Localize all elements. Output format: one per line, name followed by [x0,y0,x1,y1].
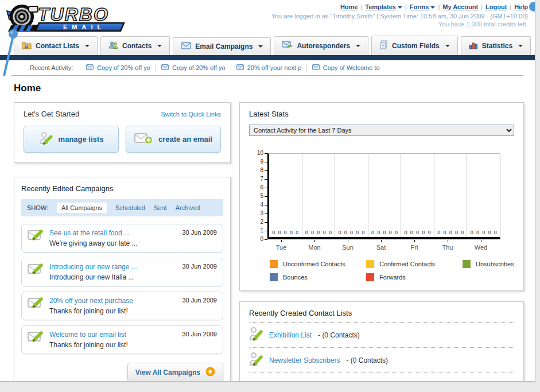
recent-activity-label: Recent Activity: [30,64,73,71]
filter-archived[interactable]: Archived [176,204,200,211]
campaign-text: 20% off your next purchaseThanks for joi… [49,297,176,315]
recent-activity-item[interactable]: Copy of 20% off yo [156,64,231,71]
stats-range-select[interactable]: Contact Activity for the Last 7 Days [249,125,514,136]
autoresponders-icon [282,41,293,51]
campaign-title-link[interactable]: See us at the retail food ... [49,229,176,237]
view-all-campaigns-label: View All Campaigns [135,368,200,377]
nav-link-forms[interactable]: Forms [410,3,429,10]
chevron-down-icon [157,45,162,47]
recent-activity-item[interactable]: Copy of Welcome to [306,64,382,71]
manage-lists-button[interactable]: manage lists [24,126,119,153]
chart-value-labels: 00000 [467,230,500,235]
app-window: TURBO EMAIL Home|Templates|Forms|My Acco… [0,0,535,382]
view-all-campaigns-button[interactable]: View All Campaigns [127,363,223,382]
chevron-down-icon [430,6,435,9]
chart-y-axis: 109876543210 [254,153,267,239]
latest-stats-title: Latest Stats [249,110,514,118]
campaign-date: 30 Jun 2009 [182,297,217,315]
recent-activity-item-label: 20% off your next p [247,64,302,71]
chart-value-labels: 00000 [434,230,467,235]
pin-decoration [2,29,20,79]
campaign-list-item[interactable]: Welcome to our email listThanks for join… [21,325,223,354]
filter-scheduled[interactable]: Scheduled [115,204,145,211]
y-axis-tick: 4 [260,202,267,208]
tab-contacts[interactable]: Contacts [100,36,170,55]
contact-activity-chart: 109876543210 000000000000000000000000000… [249,153,514,281]
nav-link-home[interactable]: Home [340,3,358,10]
chart-value-labels: 00000 [368,230,401,235]
chart-value-labels: 00000 [269,230,302,235]
recent-activity-item[interactable]: Copy of 20% off yo [81,64,156,71]
contacts-icon [108,41,118,51]
chart-day-group: 00000 [302,154,336,237]
tab-label: Autoresponders [297,42,350,50]
nav-link-templates[interactable]: Templates [365,3,396,10]
nav-link-logout[interactable]: Logout [485,3,507,10]
chevron-down-icon [398,6,402,9]
contact-list-item[interactable]: Newsletter Subscribers- (0 Contacts) [249,348,514,373]
campaign-subtitle: Thanks for joining our list! [49,341,176,349]
filter-all-campaigns[interactable]: All Campaigns [57,203,107,213]
navy-divider-bar [0,55,535,60]
chart-day-group: 00000 [335,154,368,237]
page-title: Home [14,83,521,94]
campaign-subtitle: Thanks for joining our list! [49,307,176,315]
contact-list-item[interactable]: Exhibition List- (0 Contacts) [249,323,514,348]
tab-statistics[interactable]: Statistics [461,36,531,55]
contact-lists-icon [22,41,32,51]
header: TURBO EMAIL Home|Templates|Forms|My Acco… [0,0,535,36]
x-axis-label: Thu [431,239,464,251]
credits-text: You have 1,000 total credits left. [271,21,528,28]
campaign-title-link[interactable]: Welcome to our email list [49,331,176,339]
main-nav-tabs: Contact ListsContactsEmail CampaignsAuto… [0,36,535,55]
tab-email-campaigns[interactable]: Email Campaigns [173,37,271,55]
person-pencil-icon [39,131,53,147]
campaign-list-item[interactable]: Introducing our new range ...Introducing… [21,258,223,286]
custom-fields-icon [379,40,388,51]
campaign-list-item[interactable]: 20% off your next purchaseThanks for joi… [21,292,223,320]
tab-autoresponders[interactable]: Autoresponders [274,36,368,55]
campaign-text: See us at the retail food ...We're givin… [49,229,176,247]
recent-activity-items: Copy of 20% off yoCopy of 20% off yo20% … [81,64,382,71]
contact-list-link[interactable]: Exhibition List [269,331,312,339]
campaign-title-link[interactable]: Introducing our new range ... [49,263,176,271]
y-axis-tick: 2 [260,219,267,225]
campaign-date: 30 Jun 2009 [182,331,217,349]
legend-item-unsubscribes: Unsubscribes [463,260,514,268]
campaign-filter-bar: SHOW: All CampaignsScheduledSentArchived [21,199,223,216]
legend-label: Unconfirmed Contacts [283,261,345,267]
filter-sent[interactable]: Sent [154,204,167,211]
x-axis-label: Tue [265,239,298,251]
legend-label: Confirmed Contacts [379,261,435,267]
y-axis-tick: 9 [260,159,267,165]
campaign-list-item[interactable]: See us at the retail food ...We're givin… [21,224,223,253]
contact-list-count: - (0 Contacts) [346,356,388,364]
main-content: Home Let's Get Started Switch to Quick L… [0,76,535,382]
chart-x-axis-labels: TueMonSunSatFriThuWed [265,239,498,251]
nav-separator: | [510,3,511,10]
create-an-email-button[interactable]: create an email [126,126,221,153]
envelope-icon [161,64,169,71]
svg-text:EMAIL: EMAIL [63,24,106,30]
tab-custom-fields[interactable]: Custom Fields [371,36,458,55]
tab-label: Contact Lists [36,42,79,50]
manage-lists-label: manage lists [59,135,104,143]
chevron-down-icon [356,45,360,47]
recent-activity-item-label: Copy of 20% off yo [97,64,150,71]
recent-activity-item[interactable]: 20% off your next p [231,64,306,71]
switch-to-quick-links-link[interactable]: Switch to Quick Links [161,111,221,118]
person-pencil-icon [249,327,263,343]
nav-separator: | [438,3,440,10]
tab-contact-lists[interactable]: Contact Lists [14,36,98,55]
chart-day-group: 00000 [269,154,302,237]
campaign-title-link[interactable]: 20% off your next purchase [49,297,176,305]
show-label: SHOW: [27,204,48,211]
latest-stats-panel: Latest Stats Contact Activity for the La… [239,102,524,291]
nav-link-help[interactable]: Help [514,3,528,10]
legend-swatch [270,260,278,268]
campaign-text: Introducing our new range ...Introducing… [49,263,176,281]
tab-label: Email Campaigns [195,42,252,51]
nav-link-my-account[interactable]: My Account [442,3,478,10]
contact-list-link[interactable]: Newsletter Subscribers [269,356,340,364]
campaign-subtitle: We're giving away our late ... [49,239,176,247]
